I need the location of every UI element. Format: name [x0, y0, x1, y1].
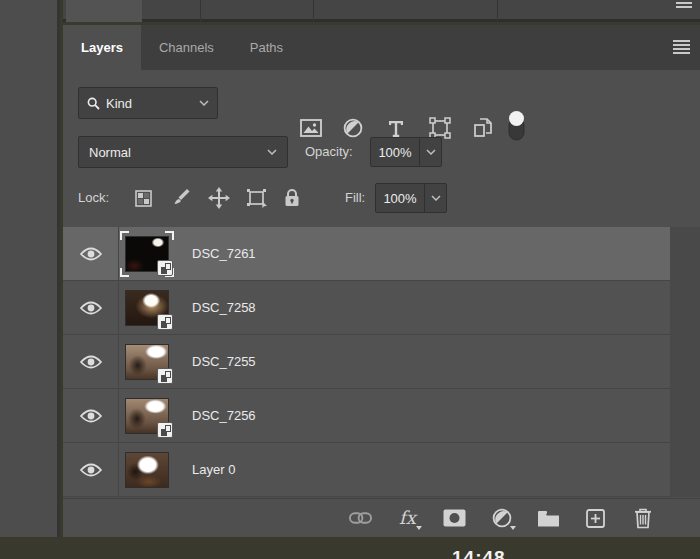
layer-name[interactable]: DSC_7261: [192, 246, 256, 261]
chevron-down-icon: [199, 100, 209, 106]
layer-thumbnail-image: [125, 452, 169, 488]
layer-thumbnail[interactable]: [125, 344, 169, 380]
layers-panel: Layers Channels Paths Kind: [63, 25, 700, 537]
opacity-field[interactable]: 100%: [370, 137, 442, 167]
chevron-down-icon: [431, 195, 441, 201]
layer-name[interactable]: DSC_7255: [192, 354, 256, 369]
eye-icon: [80, 301, 102, 315]
visibility-toggle[interactable]: [63, 389, 119, 442]
lock-pixels-icon[interactable]: [166, 184, 196, 212]
visibility-toggle[interactable]: [63, 335, 119, 388]
chevron-down-icon: [267, 149, 277, 155]
smart-object-filter-icon[interactable]: [468, 113, 498, 143]
opacity-label: Opacity:: [305, 144, 353, 159]
smart-object-badge-icon: [157, 314, 173, 330]
left-panel-strip: [0, 0, 60, 537]
lock-transparency-icon[interactable]: [128, 184, 158, 212]
lock-position-icon[interactable]: [204, 184, 234, 212]
visibility-toggle[interactable]: [63, 443, 119, 496]
panel-menu-icon[interactable]: [673, 40, 690, 54]
layer-thumbnail[interactable]: [125, 290, 169, 326]
upper-panel-active-tab-stub[interactable]: [66, 0, 142, 22]
fill-value: 100%: [376, 191, 424, 206]
visibility-toggle[interactable]: [63, 281, 119, 334]
opacity-dropdown-button[interactable]: [419, 138, 441, 166]
layer-name[interactable]: DSC_7256: [192, 408, 256, 423]
layer-name[interactable]: Layer 0: [192, 462, 235, 477]
layer-thumbnail[interactable]: [125, 452, 169, 488]
chevron-down-icon: [426, 149, 436, 155]
layer-row-dsc-7255[interactable]: DSC_7255: [63, 335, 670, 389]
smart-object-badge-icon: [157, 422, 173, 438]
layer-row-layer-0[interactable]: Layer 0: [63, 443, 670, 497]
lock-label: Lock:: [78, 190, 109, 205]
new-adjustment-layer-icon[interactable]: [490, 507, 513, 530]
search-icon: [87, 97, 100, 110]
lock-artboard-icon[interactable]: [242, 184, 272, 212]
layer-row-dsc-7256[interactable]: DSC_7256: [63, 389, 670, 443]
panel-tab-bar: Layers Channels Paths: [63, 25, 700, 70]
layer-thumbnail[interactable]: [125, 236, 169, 272]
layer-effects-icon[interactable]: fx: [396, 507, 419, 530]
pixel-layer-filter-icon[interactable]: [296, 113, 326, 143]
layer-row-dsc-7258[interactable]: DSC_7258: [63, 281, 670, 335]
tab-layers[interactable]: Layers: [63, 25, 141, 70]
photoshop-layers-panel-screenshot: Layers Channels Paths Kind: [0, 0, 700, 559]
filtering-toggle-icon[interactable]: [501, 110, 531, 140]
blend-mode-dropdown[interactable]: Normal: [78, 136, 288, 168]
fill-field[interactable]: 100%: [375, 183, 447, 213]
add-layer-mask-icon[interactable]: [443, 507, 466, 530]
eye-icon: [80, 463, 102, 477]
blend-mode-value: Normal: [89, 145, 267, 160]
eye-icon: [80, 247, 102, 261]
tab-paths[interactable]: Paths: [232, 25, 301, 70]
visibility-toggle[interactable]: [63, 227, 119, 280]
layers-list: DSC_7261 DSC_7258: [63, 227, 670, 497]
fill-label: Fill:: [345, 190, 365, 205]
tab-channels[interactable]: Channels: [141, 25, 232, 70]
layer-name[interactable]: DSC_7258: [192, 300, 256, 315]
layers-bottom-toolbar: fx: [63, 498, 700, 537]
upper-panel-bottom-edge: [63, 0, 700, 22]
kind-filter-dropdown[interactable]: Kind: [78, 87, 218, 119]
upper-panel-menu-icon[interactable]: [676, 2, 692, 10]
link-layers-icon[interactable]: [349, 507, 372, 530]
scrollbar-gutter[interactable]: [670, 227, 700, 497]
fill-dropdown-button[interactable]: [424, 184, 446, 212]
taskbar-strip: 14:48: [0, 537, 700, 559]
layer-thumbnail[interactable]: [125, 398, 169, 434]
smart-object-badge-icon: [157, 368, 173, 384]
delete-layer-icon[interactable]: [631, 507, 654, 530]
eye-icon: [80, 409, 102, 423]
lock-all-icon[interactable]: [277, 184, 307, 212]
opacity-value: 100%: [371, 145, 419, 160]
new-group-icon[interactable]: [537, 507, 560, 530]
new-layer-icon[interactable]: [584, 507, 607, 530]
eye-icon: [80, 355, 102, 369]
taskbar-clock: 14:48: [452, 547, 506, 559]
layer-row-dsc-7261[interactable]: DSC_7261: [63, 227, 670, 281]
smart-object-badge-icon: [157, 260, 173, 276]
kind-filter-label: Kind: [106, 96, 199, 111]
adjustment-layer-filter-icon[interactable]: [338, 113, 368, 143]
